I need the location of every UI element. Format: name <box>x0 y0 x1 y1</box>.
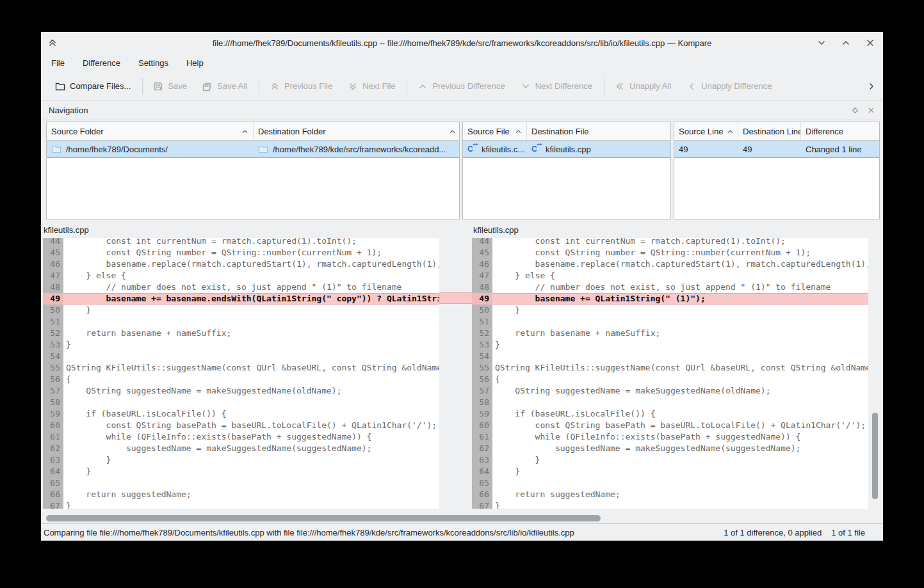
difference-connector <box>439 292 472 304</box>
table-row[interactable]: /home/fhek789/Documents//home/fhek789/kd… <box>47 141 459 158</box>
toolbar-separator <box>142 78 143 95</box>
line-number: 46 <box>472 258 492 270</box>
float-dock-icon[interactable] <box>851 106 859 115</box>
column-header-source-file[interactable]: Source File <box>463 122 527 140</box>
code-text: basename.replace(rmatch.capturedStart(1)… <box>492 258 868 270</box>
code-line: 53} <box>43 339 439 351</box>
toolbar-button-compare-files[interactable]: Compare Files... <box>50 77 136 95</box>
maximize-icon[interactable] <box>841 38 851 48</box>
vertical-scrollbar-thumb[interactable] <box>872 413 878 499</box>
toolbar-button-unapply-difference[interactable]: Unapply Difference <box>681 77 777 95</box>
code-line: 48 // number does not exist, so just app… <box>472 282 868 293</box>
line-number: 44 <box>472 238 492 247</box>
window-title: file:///home/fhek789/Documents/kfileutil… <box>41 38 883 48</box>
code-text <box>63 397 439 408</box>
toolbar-button-previous-file[interactable]: Previous File <box>264 77 337 95</box>
code-line: 56{ <box>43 374 439 385</box>
code-line: 44 const int currentNum = rmatch.capture… <box>43 238 439 247</box>
toolbar-button-label: Next File <box>362 81 395 91</box>
code-line: 63 } <box>472 454 868 466</box>
line-number: 59 <box>43 408 63 420</box>
line-number: 62 <box>472 443 492 454</box>
column-header-destination-line[interactable]: Destination Line <box>738 122 801 140</box>
column-header-difference[interactable]: Difference <box>801 122 880 140</box>
code-text: } else { <box>492 270 868 282</box>
sort-ascending-icon <box>238 128 248 135</box>
toolbar-button-unapply-all[interactable]: Unapply All <box>610 77 676 95</box>
vertical-scrollbar[interactable] <box>868 238 883 509</box>
code-line: 52 return basename + nameSuffix; <box>43 328 439 339</box>
code-text: const QString basePath = baseURL.toLocal… <box>492 420 868 431</box>
save-icon <box>153 81 163 91</box>
line-number: 65 <box>43 477 63 489</box>
menu-item-help[interactable]: Help <box>180 56 210 70</box>
line-number: 62 <box>43 443 63 454</box>
line-number: 45 <box>472 247 492 258</box>
column-header-label: Source Line <box>679 127 723 136</box>
horizontal-scrollbar-thumb[interactable] <box>46 515 601 521</box>
code-text <box>63 477 439 489</box>
minimize-icon[interactable] <box>816 38 827 48</box>
toolbar-button-save[interactable]: Save <box>148 77 192 95</box>
menubar: FileDifferenceSettingsHelp <box>41 54 883 72</box>
line-number: 58 <box>472 397 492 408</box>
toolbar-overflow-icon[interactable] <box>866 81 877 91</box>
menu-item-settings[interactable]: Settings <box>132 56 175 70</box>
folder-file-icon <box>258 144 268 154</box>
destination-changed-line[interactable]: 49 basename += QLatin1String(" (1)"); <box>472 293 868 305</box>
code-line: 54 <box>472 351 868 362</box>
chevron-double-left-icon <box>615 81 625 91</box>
code-line: 63 } <box>43 454 439 466</box>
code-text <box>63 351 439 362</box>
line-number: 50 <box>43 305 63 316</box>
menu-item-file[interactable]: File <box>45 56 71 70</box>
table-row[interactable]: 4949Changed 1 line <box>674 141 879 158</box>
toolbar-button-label: Unapply Difference <box>701 81 772 91</box>
close-icon[interactable] <box>865 38 875 48</box>
toolbar-button-next-difference[interactable]: Next Difference <box>515 77 597 95</box>
menu-item-difference[interactable]: Difference <box>76 56 127 70</box>
folder-file-icon <box>51 144 61 154</box>
line-number: 52 <box>43 328 63 339</box>
toolbar-separator <box>407 78 407 95</box>
column-header-source-line[interactable]: Source Line <box>674 122 738 140</box>
toolbar-button-next-file[interactable]: Next File <box>343 77 400 95</box>
table-cell: /home/fhek789/Documents/ <box>47 141 254 157</box>
code-line: 50 } <box>43 305 439 316</box>
column-header-destination-file[interactable]: Destination File <box>527 122 671 140</box>
line-number: 58 <box>43 397 63 408</box>
toolbar-separator <box>604 78 604 95</box>
line-number: 55 <box>43 362 63 374</box>
line-number: 44 <box>43 238 63 247</box>
code-line: 51 <box>43 316 439 328</box>
code-line: 67} <box>472 500 868 509</box>
close-dock-icon[interactable] <box>867 106 875 115</box>
code-text: } <box>63 500 439 509</box>
column-header-destination-folder[interactable]: Destination Folder <box>254 122 460 140</box>
cell-text: Changed 1 line <box>806 145 861 154</box>
line-number: 51 <box>472 316 492 328</box>
code-text: // number does not exist, so just append… <box>63 282 439 293</box>
toolbar-button-previous-difference[interactable]: Previous Difference <box>412 77 510 95</box>
code-text: const int currentNum = rmatch.captured(1… <box>492 238 868 247</box>
code-line: 52 return basename + nameSuffix; <box>472 328 868 339</box>
code-line: 60 const QString basePath = baseURL.toLo… <box>472 420 868 431</box>
chevron-double-down-icon <box>348 81 358 91</box>
code-text: { <box>492 374 868 385</box>
column-header-source-folder[interactable]: Source Folder <box>47 122 254 140</box>
difference-count: 1 of 1 difference, 0 applied <box>724 528 822 537</box>
shade-icon[interactable] <box>47 38 58 48</box>
code-text: while (QFileInfo::exists(basePath + sugg… <box>63 431 439 443</box>
table-cell: 49 <box>674 141 738 157</box>
file-count: 1 of 1 file <box>831 528 865 537</box>
code-text <box>492 397 868 408</box>
table-row[interactable]: C⁺⁺kfileutils.c...C⁺⁺kfileutils.cpp <box>463 141 670 158</box>
line-number: 63 <box>43 454 63 466</box>
code-text: QString suggestedName = makeSuggestedNam… <box>63 385 439 397</box>
line-number: 60 <box>43 420 63 431</box>
toolbar-button-save-all[interactable]: Save All <box>197 77 252 95</box>
titlebar: file:///home/fhek789/Documents/kfileutil… <box>41 32 883 54</box>
source-changed-line[interactable]: 49 basename += basename.endsWith(QLatin1… <box>43 293 439 305</box>
line-number: 64 <box>472 466 492 477</box>
line-number: 57 <box>43 385 63 397</box>
